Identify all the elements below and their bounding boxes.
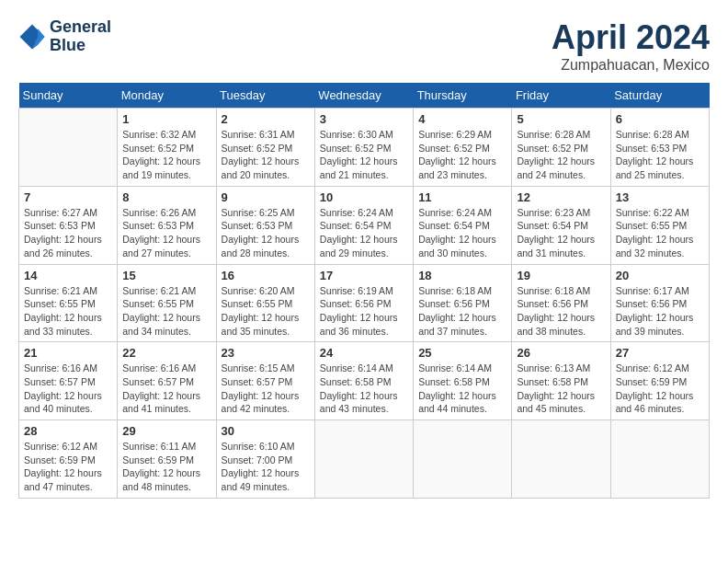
calendar-cell (610, 420, 709, 499)
day-number: 5 (517, 112, 605, 126)
day-info: Sunrise: 6:21 AM Sunset: 6:55 PM Dayligh… (122, 284, 210, 339)
day-info: Sunrise: 6:14 AM Sunset: 6:58 PM Dayligh… (418, 362, 506, 416)
day-number: 3 (320, 112, 408, 126)
day-info: Sunrise: 6:31 AM Sunset: 6:52 PM Dayligh… (222, 128, 310, 182)
day-info: Sunrise: 6:26 AM Sunset: 6:53 PM Dayligh… (122, 206, 210, 260)
day-number: 12 (517, 190, 605, 204)
day-number: 20 (616, 269, 704, 282)
week-row-1: 1Sunrise: 6:32 AM Sunset: 6:52 PM Daylig… (19, 109, 710, 187)
day-info: Sunrise: 6:29 AM Sunset: 6:52 PM Dayligh… (418, 128, 506, 182)
weekday-header-row: SundayMondayTuesdayWednesdayThursdayFrid… (19, 83, 710, 109)
week-row-3: 14Sunrise: 6:21 AM Sunset: 6:55 PM Dayli… (19, 264, 710, 342)
day-info: Sunrise: 6:25 AM Sunset: 6:53 PM Dayligh… (222, 206, 310, 260)
day-info: Sunrise: 6:30 AM Sunset: 6:52 PM Dayligh… (320, 128, 408, 182)
weekday-header-tuesday: Tuesday (216, 83, 314, 109)
day-number: 18 (418, 269, 506, 282)
day-number: 8 (122, 190, 210, 204)
logo: General Blue (18, 18, 111, 55)
week-row-5: 28Sunrise: 6:12 AM Sunset: 6:59 PM Dayli… (19, 420, 710, 499)
day-info: Sunrise: 6:24 AM Sunset: 6:54 PM Dayligh… (418, 206, 506, 260)
day-info: Sunrise: 6:11 AM Sunset: 6:59 PM Dayligh… (122, 440, 210, 494)
calendar-cell: 30Sunrise: 6:10 AM Sunset: 7:00 PM Dayli… (216, 420, 314, 499)
calendar-cell: 6Sunrise: 6:28 AM Sunset: 6:53 PM Daylig… (610, 109, 709, 187)
location-title: Zumpahuacan, Mexico (552, 57, 710, 74)
day-number: 25 (418, 346, 506, 360)
weekday-header-monday: Monday (118, 83, 216, 109)
calendar-cell: 26Sunrise: 6:13 AM Sunset: 6:58 PM Dayli… (512, 342, 610, 420)
day-info: Sunrise: 6:10 AM Sunset: 7:00 PM Dayligh… (222, 440, 310, 494)
calendar-cell: 8Sunrise: 6:26 AM Sunset: 6:53 PM Daylig… (118, 186, 216, 264)
weekday-header-thursday: Thursday (414, 83, 512, 109)
calendar-cell (512, 420, 610, 499)
calendar-cell (19, 109, 118, 187)
calendar-cell: 22Sunrise: 6:16 AM Sunset: 6:57 PM Dayli… (118, 342, 216, 420)
day-number: 1 (122, 112, 210, 126)
day-number: 29 (122, 424, 210, 438)
week-row-2: 7Sunrise: 6:27 AM Sunset: 6:53 PM Daylig… (19, 186, 710, 264)
day-info: Sunrise: 6:15 AM Sunset: 6:57 PM Dayligh… (222, 362, 310, 416)
month-title: April 2024 (552, 18, 710, 57)
calendar-cell: 15Sunrise: 6:21 AM Sunset: 6:55 PM Dayli… (118, 264, 216, 342)
weekday-header-saturday: Saturday (610, 83, 709, 109)
day-info: Sunrise: 6:14 AM Sunset: 6:58 PM Dayligh… (320, 362, 408, 416)
day-info: Sunrise: 6:22 AM Sunset: 6:55 PM Dayligh… (616, 206, 704, 260)
day-info: Sunrise: 6:24 AM Sunset: 6:54 PM Dayligh… (320, 206, 408, 260)
day-info: Sunrise: 6:27 AM Sunset: 6:53 PM Dayligh… (24, 206, 112, 260)
day-info: Sunrise: 6:18 AM Sunset: 6:56 PM Dayligh… (517, 284, 605, 339)
calendar-cell: 12Sunrise: 6:23 AM Sunset: 6:54 PM Dayli… (512, 186, 610, 264)
day-number: 10 (320, 190, 408, 204)
day-info: Sunrise: 6:16 AM Sunset: 6:57 PM Dayligh… (24, 362, 112, 416)
day-info: Sunrise: 6:20 AM Sunset: 6:55 PM Dayligh… (222, 284, 310, 339)
logo-icon (18, 23, 46, 51)
day-number: 22 (122, 346, 210, 360)
weekday-header-wednesday: Wednesday (314, 83, 413, 109)
day-number: 9 (222, 190, 310, 204)
day-number: 6 (616, 112, 704, 126)
calendar-cell: 29Sunrise: 6:11 AM Sunset: 6:59 PM Dayli… (118, 420, 216, 499)
day-number: 19 (517, 269, 605, 282)
day-info: Sunrise: 6:28 AM Sunset: 6:53 PM Dayligh… (616, 128, 704, 182)
day-number: 16 (222, 269, 310, 282)
calendar-cell: 3Sunrise: 6:30 AM Sunset: 6:52 PM Daylig… (314, 109, 413, 187)
day-info: Sunrise: 6:32 AM Sunset: 6:52 PM Dayligh… (122, 128, 210, 182)
week-row-4: 21Sunrise: 6:16 AM Sunset: 6:57 PM Dayli… (19, 342, 710, 420)
day-number: 17 (320, 269, 408, 282)
day-info: Sunrise: 6:28 AM Sunset: 6:52 PM Dayligh… (517, 128, 605, 182)
day-info: Sunrise: 6:12 AM Sunset: 6:59 PM Dayligh… (24, 440, 112, 494)
calendar-cell (414, 420, 512, 499)
day-info: Sunrise: 6:23 AM Sunset: 6:54 PM Dayligh… (517, 206, 605, 260)
calendar-cell: 13Sunrise: 6:22 AM Sunset: 6:55 PM Dayli… (610, 186, 709, 264)
day-number: 11 (418, 190, 506, 204)
day-number: 26 (517, 346, 605, 360)
calendar-cell: 14Sunrise: 6:21 AM Sunset: 6:55 PM Dayli… (19, 264, 118, 342)
day-number: 30 (222, 424, 310, 438)
calendar-cell: 2Sunrise: 6:31 AM Sunset: 6:52 PM Daylig… (216, 109, 314, 187)
day-number: 4 (418, 112, 506, 126)
title-area: April 2024 Zumpahuacan, Mexico (552, 18, 710, 74)
day-number: 15 (122, 269, 210, 282)
calendar-cell: 20Sunrise: 6:17 AM Sunset: 6:56 PM Dayli… (610, 264, 709, 342)
day-number: 13 (616, 190, 704, 204)
calendar-cell: 27Sunrise: 6:12 AM Sunset: 6:59 PM Dayli… (610, 342, 709, 420)
day-info: Sunrise: 6:12 AM Sunset: 6:59 PM Dayligh… (616, 362, 704, 416)
calendar-cell: 4Sunrise: 6:29 AM Sunset: 6:52 PM Daylig… (414, 109, 512, 187)
calendar-cell: 18Sunrise: 6:18 AM Sunset: 6:56 PM Dayli… (414, 264, 512, 342)
calendar-cell: 10Sunrise: 6:24 AM Sunset: 6:54 PM Dayli… (314, 186, 413, 264)
calendar-cell: 24Sunrise: 6:14 AM Sunset: 6:58 PM Dayli… (314, 342, 413, 420)
weekday-header-friday: Friday (512, 83, 610, 109)
day-number: 21 (24, 346, 112, 360)
day-number: 27 (616, 346, 704, 360)
day-number: 24 (320, 346, 408, 360)
calendar-cell: 16Sunrise: 6:20 AM Sunset: 6:55 PM Dayli… (216, 264, 314, 342)
calendar-cell: 9Sunrise: 6:25 AM Sunset: 6:53 PM Daylig… (216, 186, 314, 264)
day-info: Sunrise: 6:17 AM Sunset: 6:56 PM Dayligh… (616, 284, 704, 339)
calendar-cell: 7Sunrise: 6:27 AM Sunset: 6:53 PM Daylig… (19, 186, 118, 264)
calendar-cell: 11Sunrise: 6:24 AM Sunset: 6:54 PM Dayli… (414, 186, 512, 264)
calendar-cell: 1Sunrise: 6:32 AM Sunset: 6:52 PM Daylig… (118, 109, 216, 187)
day-info: Sunrise: 6:21 AM Sunset: 6:55 PM Dayligh… (24, 284, 112, 339)
day-number: 14 (24, 269, 112, 282)
day-number: 28 (24, 424, 112, 438)
day-info: Sunrise: 6:18 AM Sunset: 6:56 PM Dayligh… (418, 284, 506, 339)
day-number: 2 (222, 112, 310, 126)
calendar-table: SundayMondayTuesdayWednesdayThursdayFrid… (18, 83, 710, 499)
